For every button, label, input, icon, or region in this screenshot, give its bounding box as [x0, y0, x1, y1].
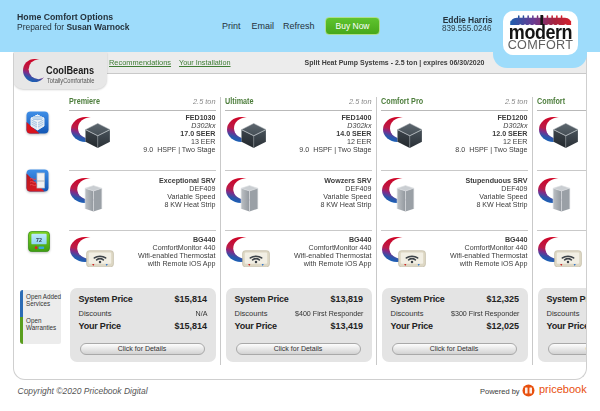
- svg-text:72: 72: [36, 236, 42, 242]
